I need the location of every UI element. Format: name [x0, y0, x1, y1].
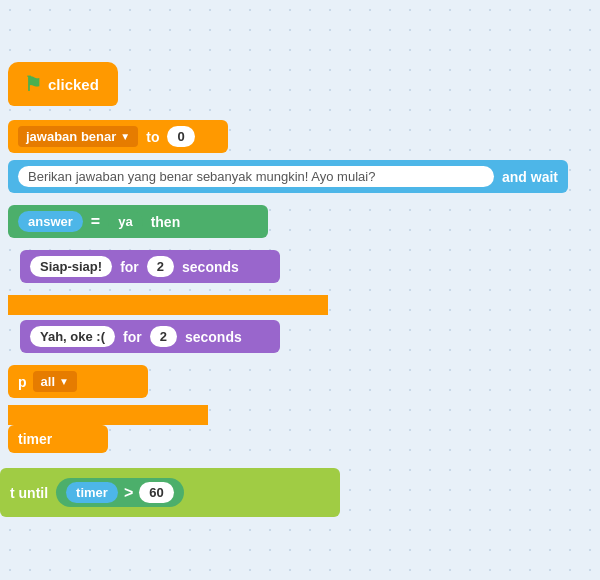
ask-block[interactable]: Berikan jawaban yang benar sebanyak mung…	[8, 160, 568, 193]
yah-for-label: for	[123, 329, 142, 345]
wait-until-block[interactable]: t until timer > 60	[0, 468, 340, 517]
set-variable-block[interactable]: jawaban benar ▼ to 0	[8, 120, 228, 153]
stop-prefix: p	[18, 374, 27, 390]
timer-value-oval[interactable]: 60	[139, 482, 173, 503]
say-yah-block[interactable]: Yah, oke :( for 2 seconds	[20, 320, 280, 353]
if-block-bottom	[8, 295, 328, 315]
stop-block[interactable]: p all ▼	[8, 365, 148, 398]
timer-label: timer	[18, 431, 52, 447]
yah-text-input[interactable]: Yah, oke :(	[30, 326, 115, 347]
yah-seconds-label: seconds	[185, 329, 242, 345]
siap-seconds-label: seconds	[182, 259, 239, 275]
ya-oval: ya	[108, 211, 142, 232]
value-input[interactable]: 0	[167, 126, 194, 147]
hat-block[interactable]: ⚑ clicked	[8, 62, 118, 106]
equals-sign: =	[91, 213, 100, 231]
then-label: then	[151, 214, 181, 230]
say-siap-block[interactable]: Siap-siap! for 2 seconds	[20, 250, 280, 283]
hat-block-label: clicked	[48, 76, 99, 93]
to-label: to	[146, 129, 159, 145]
wait-until-prefix: t until	[10, 485, 48, 501]
wait-label: and wait	[502, 169, 558, 185]
variable-dropdown[interactable]: jawaban benar ▼	[18, 126, 138, 147]
siap-text-input[interactable]: Siap-siap!	[30, 256, 112, 277]
siap-duration-input[interactable]: 2	[147, 256, 174, 277]
stop-option-dropdown[interactable]: all ▼	[33, 371, 77, 392]
continuation-bar	[8, 405, 208, 425]
timer-condition: timer > 60	[56, 478, 184, 507]
yah-duration-input[interactable]: 2	[150, 326, 177, 347]
if-block[interactable]: answer = ya then	[8, 205, 268, 238]
reset-timer-block[interactable]: timer	[8, 425, 108, 453]
question-input[interactable]: Berikan jawaban yang benar sebanyak mung…	[18, 166, 494, 187]
flag-icon: ⚑	[24, 72, 42, 96]
siap-for-label: for	[120, 259, 139, 275]
timer-oval: timer	[66, 482, 118, 503]
stop-dropdown-arrow-icon: ▼	[59, 376, 69, 387]
answer-oval: answer	[18, 211, 83, 232]
greater-than-sign: >	[124, 484, 133, 502]
dropdown-arrow-icon: ▼	[120, 131, 130, 142]
